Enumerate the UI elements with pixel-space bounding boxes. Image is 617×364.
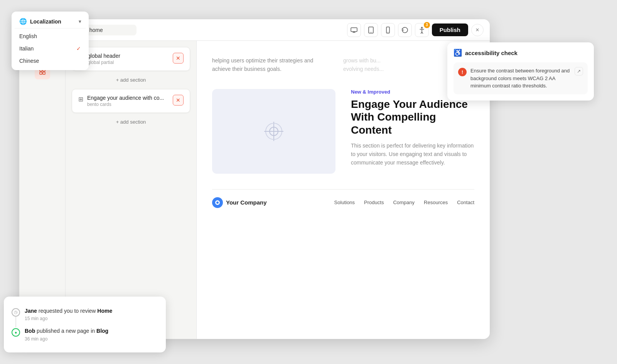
toolbar: ✓ / home <box>19 19 490 41</box>
body-area: ☰ global header global partial ✕ + add s… <box>19 41 490 339</box>
close-button[interactable]: × <box>471 24 484 36</box>
url-text: / home <box>86 27 103 33</box>
accessibility-badge: 3 <box>424 22 430 28</box>
section-delete-global-header[interactable]: ✕ <box>173 53 184 64</box>
activity-time-jane: 15 min ago <box>25 316 158 321</box>
locale-chinese[interactable]: Chinese <box>15 55 86 67</box>
sections-panel: ☰ global header global partial ✕ + add s… <box>66 41 197 339</box>
footer-logo-inner <box>215 200 220 205</box>
accessibility-person-icon: ♿ <box>453 49 462 57</box>
section-card-header-title: global header <box>88 53 120 59</box>
image-placeholder-icon <box>264 122 283 141</box>
accessibility-issue: ! Ensure the contrast between foreground… <box>453 62 588 94</box>
activity-item-jane: ◷ Jane requested you to review Home 15 m… <box>12 304 158 325</box>
svg-point-5 <box>421 27 422 28</box>
locale-italian-check-icon: ✓ <box>76 45 81 52</box>
section-card-bento-sub: bento cards <box>87 102 164 107</box>
activity-target-home: Home <box>97 308 112 314</box>
activity-item-bob: ● Bob published a new page in Blog 36 mi… <box>12 324 158 345</box>
section-card-bento[interactable]: ⊞ Engage your audience with co... bento … <box>72 89 190 113</box>
svg-point-2 <box>371 32 371 32</box>
svg-rect-10 <box>43 72 45 74</box>
footer-nav: Solutions Products Company Resources Con… <box>276 200 474 205</box>
section-card-bento-title: Engage your audience with co... <box>87 95 164 101</box>
preview-footer: Your Company Solutions Products Company … <box>212 189 474 216</box>
footer-nav-resources[interactable]: Resources <box>424 200 448 205</box>
accessibility-panel: ♿ accessibility check ! Ensure the contr… <box>447 42 594 101</box>
section-delete-bento[interactable]: ✕ <box>173 95 184 106</box>
preview-text-1: helping users optimize their strategies … <box>212 56 328 74</box>
activity-target-blog: Blog <box>96 328 108 334</box>
preview-heading: Engage Your Audience With Compelling Con… <box>351 98 474 137</box>
footer-company-name: Your Company <box>226 199 267 206</box>
a11y-error-icon: ! <box>458 68 467 76</box>
locale-chinese-label: Chinese <box>19 58 39 64</box>
accessibility-title: accessibility check <box>465 50 518 56</box>
accessibility-header: ♿ accessibility check <box>453 49 588 57</box>
activity-dot-pending: ◷ <box>12 308 20 317</box>
canvas-area: helping users optimize their strategies … <box>197 41 490 339</box>
activity-text-bob: Bob published a new page in Blog <box>25 327 158 335</box>
footer-nav-company[interactable]: Company <box>393 200 415 205</box>
svg-point-4 <box>388 32 388 32</box>
localization-header[interactable]: 🌐 Localization ▾ <box>15 15 86 29</box>
locale-italian-label: Italian <box>19 45 34 52</box>
section-card-global-header[interactable]: ☰ global header global partial ✕ <box>72 47 190 71</box>
history-btn[interactable] <box>398 23 412 37</box>
activity-text-jane: Jane requested you to review Home <box>25 307 158 315</box>
preview-text-block: New & Improved Engage Your Audience With… <box>351 89 474 167</box>
activity-dot-published: ● <box>12 328 20 337</box>
activity-time-bob: 36 min ago <box>25 336 158 342</box>
preview-text-2: grows with bu...evolving needs... <box>343 56 384 74</box>
accessibility-btn[interactable]: 3 <box>415 23 429 37</box>
activity-user-bob: Bob <box>25 328 35 334</box>
a11y-issue-text: Ensure the contrast between foreground a… <box>470 67 571 90</box>
mobile-view-btn[interactable] <box>381 23 395 37</box>
add-section-btn-1[interactable]: + add section <box>72 74 190 86</box>
activity-user-jane: Jane <box>25 308 37 314</box>
localization-label: Localization <box>30 18 61 25</box>
preview-description: This section is perfect for delivering k… <box>351 141 474 167</box>
activity-panel: ◷ Jane requested you to review Home 15 m… <box>4 297 166 352</box>
localization-dropdown: 🌐 Localization ▾ English Italian ✓ Chine… <box>12 12 89 70</box>
publish-button[interactable]: Publish <box>432 23 468 36</box>
a11y-external-link-icon[interactable]: ↗ <box>575 67 583 75</box>
locale-english-label: English <box>19 33 37 39</box>
locale-italian[interactable]: Italian ✓ <box>15 42 86 55</box>
footer-nav-solutions[interactable]: Solutions <box>334 200 355 205</box>
footer-nav-contact[interactable]: Contact <box>457 200 474 205</box>
localization-chevron-icon: ▾ <box>79 19 81 24</box>
footer-logo: Your Company <box>212 197 267 208</box>
globe-icon: 🌐 <box>19 18 27 25</box>
section-card-header-sub: global partial <box>88 60 120 65</box>
locale-english[interactable]: English <box>15 30 86 42</box>
add-section-btn-2[interactable]: + add section <box>72 116 190 128</box>
main-editor-window: ✓ / home <box>19 19 490 339</box>
svg-rect-0 <box>351 28 357 32</box>
footer-nav-products[interactable]: Products <box>364 200 384 205</box>
section-card-bento-icon: ⊞ <box>78 96 83 103</box>
preview-image-placeholder <box>212 89 335 174</box>
tablet-view-btn[interactable] <box>364 23 378 37</box>
preview-top-text: helping users optimize their strategies … <box>212 49 474 81</box>
left-sidebar <box>19 41 66 339</box>
desktop-view-btn[interactable] <box>347 23 361 37</box>
svg-rect-9 <box>40 72 42 74</box>
preview-bento-section: New & Improved Engage Your Audience With… <box>212 81 474 189</box>
